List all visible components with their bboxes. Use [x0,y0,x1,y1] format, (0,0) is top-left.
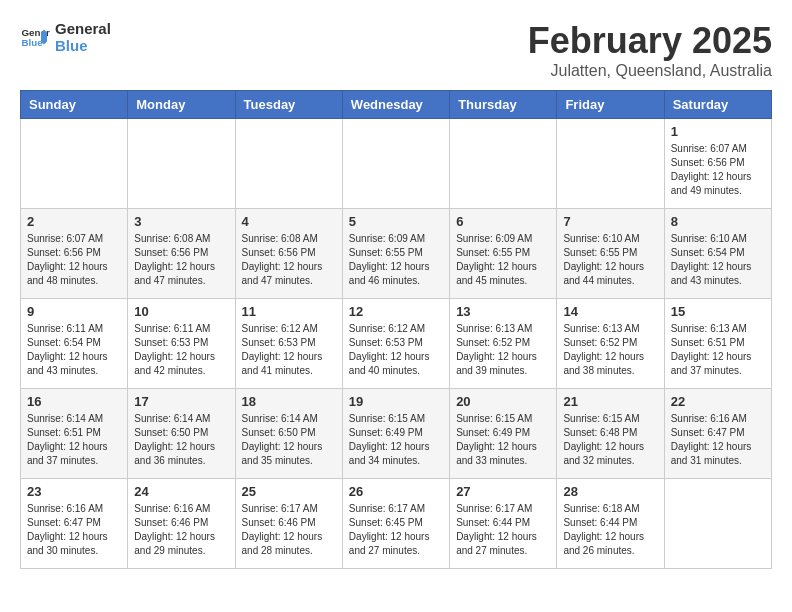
cell-date-number: 21 [563,394,657,409]
calendar-cell: 27Sunrise: 6:17 AM Sunset: 6:44 PM Dayli… [450,479,557,569]
calendar-cell: 28Sunrise: 6:18 AM Sunset: 6:44 PM Dayli… [557,479,664,569]
weekday-header-saturday: Saturday [664,91,771,119]
calendar-cell: 7Sunrise: 6:10 AM Sunset: 6:55 PM Daylig… [557,209,664,299]
weekday-header-friday: Friday [557,91,664,119]
cell-date-number: 5 [349,214,443,229]
cell-date-number: 20 [456,394,550,409]
cell-info-text: Sunrise: 6:16 AM Sunset: 6:47 PM Dayligh… [27,502,121,558]
calendar-cell: 22Sunrise: 6:16 AM Sunset: 6:47 PM Dayli… [664,389,771,479]
calendar-title: February 2025 [528,20,772,62]
cell-date-number: 8 [671,214,765,229]
cell-date-number: 4 [242,214,336,229]
calendar-cell [342,119,449,209]
cell-date-number: 10 [134,304,228,319]
logo-line2: Blue [55,37,111,54]
cell-info-text: Sunrise: 6:18 AM Sunset: 6:44 PM Dayligh… [563,502,657,558]
week-row-1: 1Sunrise: 6:07 AM Sunset: 6:56 PM Daylig… [21,119,772,209]
cell-info-text: Sunrise: 6:13 AM Sunset: 6:52 PM Dayligh… [563,322,657,378]
cell-info-text: Sunrise: 6:15 AM Sunset: 6:48 PM Dayligh… [563,412,657,468]
calendar-cell: 12Sunrise: 6:12 AM Sunset: 6:53 PM Dayli… [342,299,449,389]
calendar-cell: 23Sunrise: 6:16 AM Sunset: 6:47 PM Dayli… [21,479,128,569]
cell-info-text: Sunrise: 6:09 AM Sunset: 6:55 PM Dayligh… [456,232,550,288]
logo: General Blue General Blue [20,20,111,54]
cell-info-text: Sunrise: 6:14 AM Sunset: 6:50 PM Dayligh… [134,412,228,468]
cell-info-text: Sunrise: 6:10 AM Sunset: 6:55 PM Dayligh… [563,232,657,288]
weekday-header-tuesday: Tuesday [235,91,342,119]
cell-info-text: Sunrise: 6:12 AM Sunset: 6:53 PM Dayligh… [242,322,336,378]
cell-date-number: 2 [27,214,121,229]
weekday-header-sunday: Sunday [21,91,128,119]
calendar-cell [235,119,342,209]
cell-info-text: Sunrise: 6:11 AM Sunset: 6:53 PM Dayligh… [134,322,228,378]
cell-info-text: Sunrise: 6:08 AM Sunset: 6:56 PM Dayligh… [242,232,336,288]
calendar-cell: 16Sunrise: 6:14 AM Sunset: 6:51 PM Dayli… [21,389,128,479]
calendar-cell: 19Sunrise: 6:15 AM Sunset: 6:49 PM Dayli… [342,389,449,479]
cell-date-number: 11 [242,304,336,319]
calendar-cell: 6Sunrise: 6:09 AM Sunset: 6:55 PM Daylig… [450,209,557,299]
calendar-cell: 3Sunrise: 6:08 AM Sunset: 6:56 PM Daylig… [128,209,235,299]
cell-info-text: Sunrise: 6:16 AM Sunset: 6:47 PM Dayligh… [671,412,765,468]
calendar-cell: 14Sunrise: 6:13 AM Sunset: 6:52 PM Dayli… [557,299,664,389]
cell-info-text: Sunrise: 6:13 AM Sunset: 6:51 PM Dayligh… [671,322,765,378]
cell-date-number: 16 [27,394,121,409]
cell-info-text: Sunrise: 6:15 AM Sunset: 6:49 PM Dayligh… [456,412,550,468]
logo-icon: General Blue [20,22,50,52]
cell-info-text: Sunrise: 6:09 AM Sunset: 6:55 PM Dayligh… [349,232,443,288]
logo-line1: General [55,20,111,37]
calendar-cell: 2Sunrise: 6:07 AM Sunset: 6:56 PM Daylig… [21,209,128,299]
calendar-cell: 21Sunrise: 6:15 AM Sunset: 6:48 PM Dayli… [557,389,664,479]
cell-date-number: 14 [563,304,657,319]
cell-date-number: 7 [563,214,657,229]
cell-date-number: 6 [456,214,550,229]
calendar-cell: 15Sunrise: 6:13 AM Sunset: 6:51 PM Dayli… [664,299,771,389]
cell-date-number: 22 [671,394,765,409]
calendar-cell: 25Sunrise: 6:17 AM Sunset: 6:46 PM Dayli… [235,479,342,569]
calendar-cell [450,119,557,209]
cell-info-text: Sunrise: 6:15 AM Sunset: 6:49 PM Dayligh… [349,412,443,468]
cell-info-text: Sunrise: 6:14 AM Sunset: 6:50 PM Dayligh… [242,412,336,468]
cell-date-number: 18 [242,394,336,409]
svg-text:Blue: Blue [22,37,44,48]
calendar-table: SundayMondayTuesdayWednesdayThursdayFrid… [20,90,772,569]
calendar-cell [557,119,664,209]
calendar-cell: 17Sunrise: 6:14 AM Sunset: 6:50 PM Dayli… [128,389,235,479]
cell-info-text: Sunrise: 6:07 AM Sunset: 6:56 PM Dayligh… [27,232,121,288]
calendar-cell: 4Sunrise: 6:08 AM Sunset: 6:56 PM Daylig… [235,209,342,299]
calendar-cell: 13Sunrise: 6:13 AM Sunset: 6:52 PM Dayli… [450,299,557,389]
week-row-4: 16Sunrise: 6:14 AM Sunset: 6:51 PM Dayli… [21,389,772,479]
weekday-header-row: SundayMondayTuesdayWednesdayThursdayFrid… [21,91,772,119]
cell-info-text: Sunrise: 6:17 AM Sunset: 6:46 PM Dayligh… [242,502,336,558]
cell-info-text: Sunrise: 6:08 AM Sunset: 6:56 PM Dayligh… [134,232,228,288]
cell-info-text: Sunrise: 6:17 AM Sunset: 6:44 PM Dayligh… [456,502,550,558]
calendar-cell: 5Sunrise: 6:09 AM Sunset: 6:55 PM Daylig… [342,209,449,299]
cell-date-number: 9 [27,304,121,319]
cell-info-text: Sunrise: 6:11 AM Sunset: 6:54 PM Dayligh… [27,322,121,378]
calendar-cell: 9Sunrise: 6:11 AM Sunset: 6:54 PM Daylig… [21,299,128,389]
weekday-header-monday: Monday [128,91,235,119]
cell-date-number: 24 [134,484,228,499]
cell-info-text: Sunrise: 6:12 AM Sunset: 6:53 PM Dayligh… [349,322,443,378]
week-row-2: 2Sunrise: 6:07 AM Sunset: 6:56 PM Daylig… [21,209,772,299]
calendar-cell: 18Sunrise: 6:14 AM Sunset: 6:50 PM Dayli… [235,389,342,479]
cell-date-number: 13 [456,304,550,319]
calendar-cell [21,119,128,209]
calendar-cell: 1Sunrise: 6:07 AM Sunset: 6:56 PM Daylig… [664,119,771,209]
title-section: February 2025 Julatten, Queensland, Aust… [528,20,772,80]
calendar-cell [128,119,235,209]
cell-date-number: 17 [134,394,228,409]
cell-info-text: Sunrise: 6:16 AM Sunset: 6:46 PM Dayligh… [134,502,228,558]
cell-date-number: 28 [563,484,657,499]
cell-info-text: Sunrise: 6:10 AM Sunset: 6:54 PM Dayligh… [671,232,765,288]
calendar-cell: 20Sunrise: 6:15 AM Sunset: 6:49 PM Dayli… [450,389,557,479]
weekday-header-thursday: Thursday [450,91,557,119]
week-row-5: 23Sunrise: 6:16 AM Sunset: 6:47 PM Dayli… [21,479,772,569]
cell-date-number: 26 [349,484,443,499]
cell-date-number: 15 [671,304,765,319]
cell-info-text: Sunrise: 6:07 AM Sunset: 6:56 PM Dayligh… [671,142,765,198]
cell-date-number: 25 [242,484,336,499]
calendar-subtitle: Julatten, Queensland, Australia [528,62,772,80]
week-row-3: 9Sunrise: 6:11 AM Sunset: 6:54 PM Daylig… [21,299,772,389]
cell-date-number: 3 [134,214,228,229]
cell-info-text: Sunrise: 6:14 AM Sunset: 6:51 PM Dayligh… [27,412,121,468]
calendar-cell: 26Sunrise: 6:17 AM Sunset: 6:45 PM Dayli… [342,479,449,569]
